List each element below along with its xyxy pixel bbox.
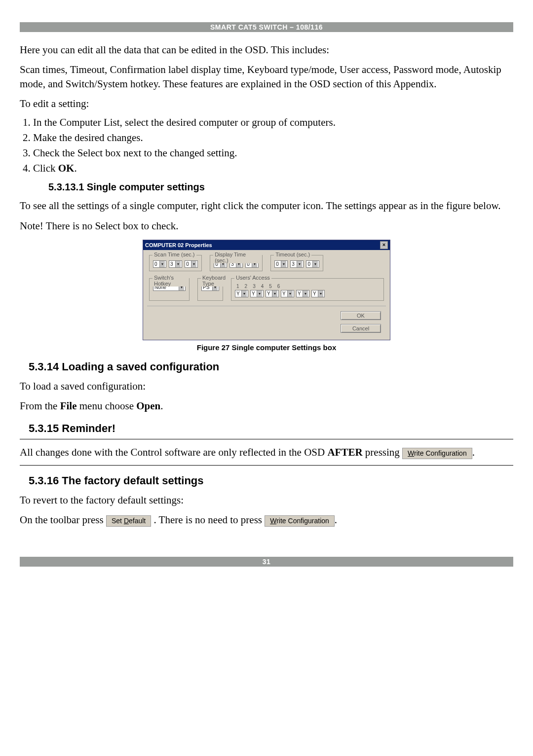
chevron-down-icon: ▾ <box>241 290 247 297</box>
display-time-label: Display Time (sec.) <box>213 252 262 263</box>
chevron-down-icon: ▾ <box>318 290 323 297</box>
step-1: 1. In the Computer List, select the desi… <box>23 116 513 129</box>
chevron-down-icon: ▾ <box>297 261 302 267</box>
close-icon[interactable]: × <box>380 241 388 249</box>
scan-time-label: Scan Time (sec.) <box>152 252 196 257</box>
heading-loading-config: 5.3.14 Loading a saved configuration <box>29 360 513 373</box>
scan-dd-2[interactable]: 3▾ <box>169 260 182 268</box>
timeout-dd-2[interactable]: 3▾ <box>290 260 304 268</box>
timeout-dd-1[interactable]: 0▾ <box>274 260 288 268</box>
users-header-row: 123456 <box>234 284 381 289</box>
steps-list: 1. In the Computer List, select the desi… <box>23 116 513 175</box>
keyboard-type-label: Keyboard Type <box>201 275 227 287</box>
step-4: 4. Click OK. <box>23 162 513 175</box>
dialog-title: COMPUTER 02 Properties <box>145 242 212 248</box>
scan-dd-1[interactable]: 0▾ <box>153 260 166 268</box>
intro-text: Here you can edit all the data that can … <box>20 43 513 57</box>
heading-factory-default: 5.3.16 The factory default settings <box>29 474 513 487</box>
ok-button[interactable]: OK <box>341 311 381 320</box>
chevron-down-icon: ▾ <box>272 290 277 297</box>
fieldset-switch-hotkey: Switch's Hotkey None▾ <box>149 278 190 301</box>
switch-hotkey-label: Switch's Hotkey <box>152 275 189 287</box>
figure-wrap: COMPUTER 02 Properties × Scan Time (sec.… <box>20 240 513 340</box>
users-access-label: Users' Access <box>234 275 271 281</box>
user-4-dd[interactable]: Y▾ <box>281 290 294 297</box>
dialog-titlebar: COMPUTER 02 Properties × <box>143 240 390 250</box>
user-2-dd[interactable]: Y▾ <box>250 290 264 297</box>
figure-caption: Figure 27 Single computer Settings box <box>20 343 513 352</box>
users-values-row: Y▾ Y▾ Y▾ Y▾ Y▾ Y▾ <box>234 290 381 297</box>
single-computer-paragraph: To see all the settings of a single comp… <box>20 199 513 213</box>
step-2: 2. Make the desired changes. <box>23 132 513 144</box>
chevron-down-icon: ▾ <box>287 290 293 297</box>
chevron-down-icon: ▾ <box>312 261 318 267</box>
step-3: 3. Check the Select box next to the chan… <box>23 147 513 159</box>
chevron-down-icon: ▾ <box>303 290 308 297</box>
heading-reminder: 5.3.15 Reminder! <box>29 422 513 435</box>
user-3-dd[interactable]: Y▾ <box>266 290 279 297</box>
chevron-down-icon: ▾ <box>159 261 165 267</box>
chevron-down-icon: ▾ <box>281 261 286 267</box>
fieldset-scan-time: Scan Time (sec.) 0▾ 3▾ 0▾ <box>149 255 202 271</box>
user-5-dd[interactable]: Y▾ <box>296 290 309 297</box>
computer-properties-dialog: COMPUTER 02 Properties × Scan Time (sec.… <box>143 240 390 340</box>
chevron-down-icon: ▾ <box>257 290 262 297</box>
fieldset-timeout: Timeout (sec.) 0▾ 3▾ 0▾ <box>270 255 323 271</box>
scan-dd-3[interactable]: 0▾ <box>185 260 198 268</box>
timeout-dd-3[interactable]: 0▾ <box>306 260 319 268</box>
chevron-down-icon: ▾ <box>175 261 181 267</box>
page-footer: 31 <box>20 557 513 567</box>
heading-single-computer-settings: 5.3.13.1 Single computer settings <box>48 181 513 193</box>
load-config-text: To load a saved configuration: <box>20 379 513 393</box>
fieldset-keyboard-type: Keyboard Type PS▾ <box>197 278 223 301</box>
timeout-label: Timeout (sec.) <box>274 252 311 257</box>
fieldset-display-time: Display Time (sec.) 0▾ 3▾ 0▾ <box>210 255 263 271</box>
note-text: Note! There is no Select box to check. <box>20 219 513 233</box>
chevron-down-icon: ▾ <box>191 261 196 267</box>
to-edit-label: To edit a setting: <box>20 97 513 110</box>
fieldset-users-access: Users' Access 123456 Y▾ Y▾ Y▾ Y▾ Y▾ Y▾ <box>231 278 384 301</box>
toolbar-instruction: On the toolbar press Set Default . There… <box>20 513 513 527</box>
write-configuration-button-2[interactable]: Write Configuration <box>265 515 335 527</box>
user-6-dd[interactable]: Y▾ <box>311 290 325 297</box>
cancel-button[interactable]: Cancel <box>341 324 381 333</box>
page-header: SMART CAT5 SWITCH – 108/116 <box>20 22 513 32</box>
file-open-instruction: From the File menu choose Open. <box>20 399 513 413</box>
reminder-text: All changes done with the Control softwa… <box>20 445 513 459</box>
description-text: Scan times, Timeout, Confirmation label … <box>20 63 513 91</box>
factory-revert-text: To revert to the factory default setting… <box>20 493 513 507</box>
set-default-button[interactable]: Set Default <box>106 515 151 527</box>
write-configuration-button[interactable]: Write Configuration <box>402 448 472 459</box>
user-1-dd[interactable]: Y▾ <box>235 290 248 297</box>
